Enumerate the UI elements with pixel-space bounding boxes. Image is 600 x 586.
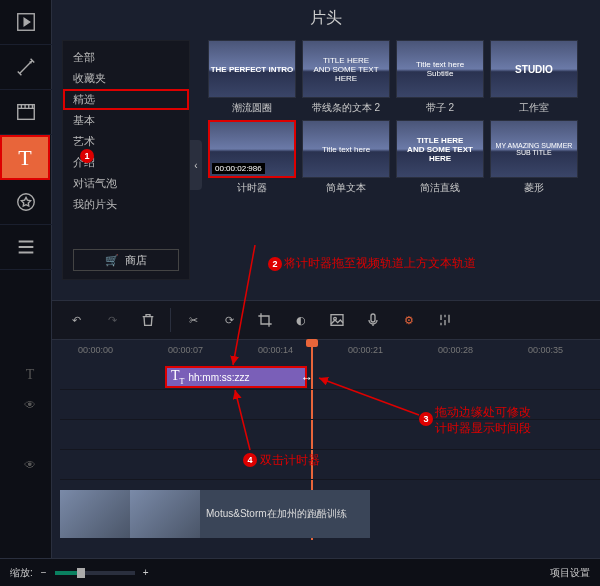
template-item[interactable]: TITLE HERE AND SOME TEXT HERE 简洁直线 xyxy=(396,120,484,194)
category-item[interactable]: 收藏夹 xyxy=(63,68,189,89)
project-settings-link[interactable]: 项目设置 xyxy=(550,566,590,580)
contrast-button[interactable]: ◐ xyxy=(287,306,315,334)
rail-text-icon[interactable]: T xyxy=(0,135,50,180)
rail-frame-icon[interactable] xyxy=(0,90,52,135)
track-labels: T 👁 👁 xyxy=(0,360,60,480)
eye-track-icon[interactable]: 👁 xyxy=(0,390,60,420)
category-item-featured[interactable]: 精选 xyxy=(63,89,189,110)
template-item[interactable]: Title text here Subtitle 带子 2 xyxy=(396,40,484,114)
image-button[interactable] xyxy=(323,306,351,334)
adjust-button[interactable] xyxy=(431,306,459,334)
svg-rect-5 xyxy=(371,314,375,322)
annotation-text-2: 将计时器拖至视频轨道上方文本轨道 xyxy=(284,256,476,272)
eye-track-icon[interactable]: 👁 xyxy=(0,450,60,480)
cut-button[interactable]: ✂ xyxy=(179,306,207,334)
category-item[interactable]: 对话气泡 xyxy=(63,173,189,194)
collapse-handle[interactable]: ‹ xyxy=(190,140,202,190)
rotate-button[interactable]: ⟳ xyxy=(215,306,243,334)
delete-button[interactable] xyxy=(134,306,162,334)
template-item[interactable]: THE PERFECT INTRO 潮流圆圈 xyxy=(208,40,296,114)
template-item-timer[interactable]: 00:00:02:986 计时器 xyxy=(208,120,296,194)
left-rail: T xyxy=(0,0,52,586)
timeline-toolbar: ↶ ↷ ✂ ⟳ ◐ ⚙ xyxy=(52,300,600,340)
annotation-badge-4: 4 xyxy=(243,453,257,467)
annotation-text-3: 拖动边缘处可修改 计时器显示时间段 xyxy=(435,405,531,436)
category-item[interactable]: 艺术 xyxy=(63,131,189,152)
rail-star-icon[interactable] xyxy=(0,180,52,225)
bottom-bar: 缩放: − + 项目设置 xyxy=(0,558,600,586)
zoom-in-button[interactable]: + xyxy=(143,567,149,578)
text-track-label[interactable]: T xyxy=(0,360,60,390)
store-button[interactable]: 🛒 商店 xyxy=(73,249,179,271)
rail-wand-icon[interactable] xyxy=(0,45,52,90)
template-timecode: 00:00:02:986 xyxy=(212,163,265,174)
timeline-ruler[interactable]: 00:00:00 00:00:07 00:00:14 00:00:21 00:0… xyxy=(60,340,600,360)
category-item[interactable]: 全部 xyxy=(63,47,189,68)
category-item[interactable]: 我的片头 xyxy=(63,194,189,215)
video-thumbnail xyxy=(60,490,130,538)
settings-button[interactable]: ⚙ xyxy=(395,306,423,334)
zoom-out-button[interactable]: − xyxy=(41,567,47,578)
page-title: 片头 xyxy=(52,0,600,36)
category-item[interactable]: 基本 xyxy=(63,110,189,131)
cart-icon: 🛒 xyxy=(105,254,119,267)
zoom-label: 缩放: xyxy=(10,566,33,580)
crop-button[interactable] xyxy=(251,306,279,334)
video-clip-label: Motus&Storm在加州的跑酷训练 xyxy=(200,507,353,521)
template-item[interactable]: STUDIO 工作室 xyxy=(490,40,578,114)
annotation-badge-2: 2 xyxy=(268,257,282,271)
resize-handle-icon[interactable]: ↔ xyxy=(301,371,313,385)
template-item[interactable]: MY AMAZING SUMMER SUB TITLE 菱形 xyxy=(490,120,578,194)
zoom-slider[interactable] xyxy=(55,571,135,575)
template-item[interactable]: TITLE HERE AND SOME TEXT HERE 带线条的文本 2 xyxy=(302,40,390,114)
annotation-badge-3: 3 xyxy=(419,412,433,426)
video-thumbnail xyxy=(130,490,200,538)
mic-button[interactable] xyxy=(359,306,387,334)
text-clip-label: hh:mm:ss:zzz xyxy=(188,372,249,383)
annotation-badge-1: 1 xyxy=(80,149,94,163)
template-item[interactable]: Title text here 简单文本 xyxy=(302,120,390,194)
rail-video-icon[interactable] xyxy=(0,0,52,45)
text-track[interactable]: TT hh:mm:ss:zzz ↔ xyxy=(60,360,600,390)
rail-list-icon[interactable] xyxy=(0,225,52,270)
undo-button[interactable]: ↶ xyxy=(62,306,90,334)
timeline-area[interactable]: TT hh:mm:ss:zzz ↔ Motus&Storm在加州的跑酷训练 xyxy=(60,360,600,550)
text-clip-timer[interactable]: TT hh:mm:ss:zzz ↔ xyxy=(165,366,307,388)
store-label: 商店 xyxy=(125,253,147,268)
annotation-text-4: 双击计时器 xyxy=(260,453,320,469)
templates-grid: THE PERFECT INTRO 潮流圆圈 TITLE HERE AND SO… xyxy=(208,40,596,290)
video-clip[interactable]: Motus&Storm在加州的跑酷训练 xyxy=(60,490,370,538)
text-icon: TT xyxy=(171,368,184,386)
redo-button[interactable]: ↷ xyxy=(98,306,126,334)
